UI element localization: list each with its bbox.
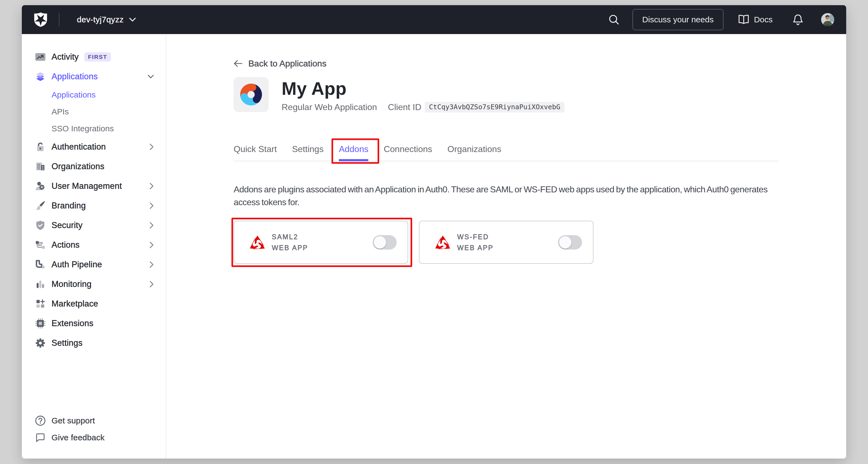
sidebar-subitem-sso-integrations[interactable]: SSO Integrations xyxy=(22,120,166,137)
addon-name: WS-FED xyxy=(457,231,494,242)
sidebar-item-settings[interactable]: Settings xyxy=(22,333,166,353)
auth0-dashboard-window: dev-tyj7qyzz Discuss your needs Docs Act… xyxy=(22,5,846,459)
sidebar-item-marketplace[interactable]: Marketplace xyxy=(22,294,166,313)
search-icon[interactable] xyxy=(609,14,619,25)
client-id-value[interactable]: CtCqy3AvbQZSo7sE9RiynaPuiXOxvebG xyxy=(425,102,565,112)
addon-type: WEB APP xyxy=(272,242,308,253)
ws-fed-web-app-card[interactable]: WS-FED WEB APP xyxy=(419,221,593,264)
chevron-right-icon xyxy=(149,202,154,209)
top-navigation-bar: dev-tyj7qyzz Discuss your needs Docs xyxy=(22,5,846,34)
sidebar-item-organizations[interactable]: Organizations xyxy=(22,157,166,176)
sidebar-item-actions[interactable]: Actions xyxy=(22,235,166,255)
topbar-divider xyxy=(59,13,59,26)
tenant-name: dev-tyj7qyzz xyxy=(77,15,124,24)
chip-icon xyxy=(34,317,47,330)
docs-link[interactable]: Docs xyxy=(738,15,773,25)
saml2-web-app-card[interactable]: SAML2 WEB APP xyxy=(234,221,408,264)
auth0-logo-icon xyxy=(34,12,48,27)
help-circle-icon xyxy=(34,414,47,427)
paintbrush-icon xyxy=(34,199,47,212)
sidebar-item-monitoring[interactable]: Monitoring xyxy=(22,274,166,294)
toggle-knob xyxy=(559,236,571,248)
grid-plus-icon xyxy=(34,297,47,310)
app-donut-logo-icon xyxy=(240,84,262,105)
chevron-right-icon xyxy=(149,143,154,150)
first-badge: FIRST xyxy=(84,52,111,62)
lock-icon xyxy=(34,140,47,154)
sidebar-navigation: Activity FIRST Applications Applications… xyxy=(22,34,166,459)
user-gear-icon xyxy=(34,179,47,193)
sidebar-subitem-apis[interactable]: APIs xyxy=(22,103,166,120)
addon-type: WEB APP xyxy=(457,242,494,253)
main-content: Back to Applications My App Regular Web … xyxy=(166,34,846,459)
flow-icon xyxy=(34,238,47,252)
activity-chart-icon xyxy=(34,51,47,64)
chevron-right-icon xyxy=(149,183,154,189)
chevron-right-icon xyxy=(149,242,154,248)
sidebar-item-security[interactable]: Security xyxy=(22,216,166,235)
chevron-down-icon xyxy=(148,74,154,79)
building-icon xyxy=(34,160,47,173)
sidebar-subitem-applications[interactable]: Applications xyxy=(22,87,166,103)
discuss-your-needs-button[interactable]: Discuss your needs xyxy=(632,9,723,30)
chevron-down-icon xyxy=(129,18,136,22)
bar-chart-icon xyxy=(34,278,47,291)
ws-fed-toggle[interactable] xyxy=(558,235,582,250)
sidebar-item-authentication[interactable]: Authentication xyxy=(22,137,166,157)
application-type: Regular Web Application xyxy=(282,102,377,112)
tenant-switcher[interactable]: dev-tyj7qyzz xyxy=(77,15,136,24)
topbar-actions: Discuss your needs Docs xyxy=(609,9,834,30)
addons-description: Addons are plugins associated with an Ap… xyxy=(234,183,779,209)
tab-connections[interactable]: Connections xyxy=(383,144,432,161)
docs-label: Docs xyxy=(754,15,773,24)
sidebar-item-applications[interactable]: Applications xyxy=(22,67,166,87)
tab-organizations[interactable]: Organizations xyxy=(447,144,501,161)
book-icon xyxy=(738,15,749,25)
toggle-knob xyxy=(374,236,386,248)
sidebar-item-user-management[interactable]: User Management xyxy=(22,176,166,196)
sidebar-item-auth-pipeline[interactable]: Auth Pipeline xyxy=(22,255,166,274)
tab-quick-start[interactable]: Quick Start xyxy=(234,144,277,161)
layers-icon xyxy=(34,70,47,83)
saml2-toggle[interactable] xyxy=(373,235,397,250)
page-title: My App xyxy=(282,78,565,99)
application-header: My App Regular Web Application Client ID… xyxy=(234,77,779,113)
chevron-right-icon xyxy=(149,261,154,268)
back-to-applications-link[interactable]: Back to Applications xyxy=(234,59,779,68)
chevron-right-icon xyxy=(149,222,154,229)
gear-icon xyxy=(34,336,47,350)
speech-bubble-icon xyxy=(34,431,47,444)
chevron-right-icon xyxy=(149,281,154,288)
sidebar-item-extensions[interactable]: Extensions xyxy=(22,313,166,333)
give-feedback-link[interactable]: Give feedback xyxy=(22,429,166,446)
shield-check-icon xyxy=(34,219,47,232)
user-avatar[interactable] xyxy=(821,13,834,26)
bell-icon[interactable] xyxy=(793,14,803,25)
sidebar-item-activity[interactable]: Activity FIRST xyxy=(22,47,166,67)
addon-name: SAML2 xyxy=(272,231,308,242)
pipeline-icon xyxy=(34,258,47,271)
sidebar-item-branding[interactable]: Branding xyxy=(22,196,166,216)
application-logo xyxy=(234,77,269,112)
client-id-label: Client ID xyxy=(388,102,422,112)
tab-addons[interactable]: Addons xyxy=(339,144,369,161)
sidebar-footer: Get support Give feedback xyxy=(22,412,166,459)
addons-grid: SAML2 WEB APP WS-FED WEB APP xyxy=(234,221,779,264)
get-support-link[interactable]: Get support xyxy=(22,412,166,429)
tab-settings[interactable]: Settings xyxy=(292,144,323,161)
saml-logo-icon xyxy=(434,233,452,252)
application-tabs: Quick Start Settings Addons Connections … xyxy=(234,144,779,161)
saml-logo-icon xyxy=(248,233,266,252)
arrow-left-icon xyxy=(234,60,242,67)
